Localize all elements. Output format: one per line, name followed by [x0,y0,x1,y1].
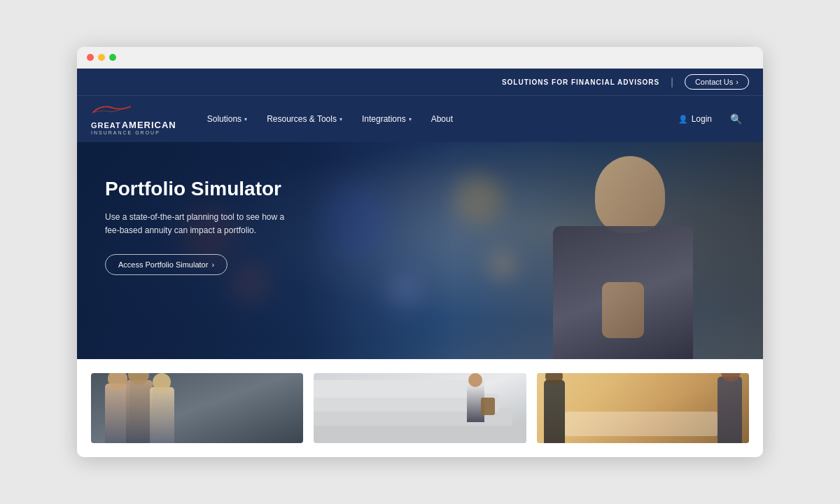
nav-right: 👤 Login 🔍 [670,99,749,139]
hero-title: Portfolio Simulator [105,177,343,201]
nav-item-resources[interactable]: Resources & Tools ▾ [257,100,352,138]
hero-person [483,142,707,359]
user-icon: 👤 [678,115,688,124]
dot-minimize[interactable] [98,54,105,61]
browser-chrome [77,47,763,69]
card-1[interactable] [91,373,303,443]
browser-window: SOLUTIONS FOR FINANCIAL ADVISORS | Conta… [77,47,763,457]
dot-close[interactable] [87,54,94,61]
chevron-down-icon: ▾ [244,116,247,122]
chevron-down-icon: ▾ [340,116,342,122]
cta-label: Access Portfolio Simulator [118,260,208,269]
nav-search-button[interactable]: 🔍 [723,99,749,139]
tagline: SOLUTIONS FOR FINANCIAL ADVISORS [502,78,659,86]
hero-description: Use a state-of-the-art planning tool to … [105,211,301,237]
top-bar: SOLUTIONS FOR FINANCIAL ADVISORS | Conta… [77,69,763,95]
nav-item-integrations[interactable]: Integrations ▾ [352,100,421,138]
logo-great: Great [91,121,121,130]
contact-us-button[interactable]: Contact Us › [685,74,749,90]
nav-links: Solutions ▾ Resources & Tools ▾ Integrat… [190,100,670,138]
card-2[interactable] [314,373,526,443]
search-icon: 🔍 [730,113,742,125]
cta-arrow: › [211,260,214,269]
logo-text: Great American INSURANCE GROUP [91,120,176,135]
logo-insurance-group: INSURANCE GROUP [91,130,160,135]
nav-item-about[interactable]: About [421,100,463,138]
hero-content: Portfolio Simulator Use a state-of-the-a… [77,142,371,310]
nav-login-button[interactable]: 👤 Login [670,100,720,138]
contact-arrow: › [736,78,738,86]
nav-item-solutions[interactable]: Solutions ▾ [197,100,257,138]
dot-maximize[interactable] [109,54,116,61]
portfolio-simulator-button[interactable]: Access Portfolio Simulator › [105,254,227,275]
logo-american: American [122,120,176,130]
nav-bar: Great American INSURANCE GROUP Solutions… [77,95,763,142]
logo[interactable]: Great American INSURANCE GROUP [91,96,190,142]
contact-label: Contact Us [695,78,733,86]
card-3[interactable] [537,373,749,443]
hero-section: Portfolio Simulator Use a state-of-the-a… [77,142,763,359]
divider: | [671,76,673,88]
card-section [77,359,763,457]
logo-swoosh-icon [91,103,133,115]
chevron-down-icon: ▾ [409,116,412,122]
